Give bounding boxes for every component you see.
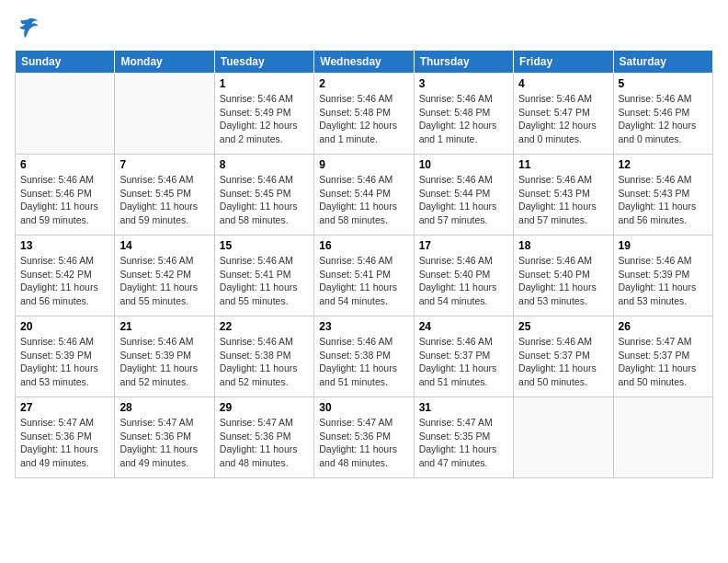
day-header-tuesday: Tuesday bbox=[214, 51, 313, 74]
day-number: 13 bbox=[20, 239, 109, 252]
day-number: 26 bbox=[619, 320, 708, 333]
day-info: Sunrise: 5:47 AMSunset: 5:35 PMDaylight:… bbox=[419, 416, 508, 470]
day-info: Sunrise: 5:46 AMSunset: 5:39 PMDaylight:… bbox=[119, 335, 209, 389]
day-number: 24 bbox=[419, 320, 508, 333]
calendar-cell: 4Sunrise: 5:46 AMSunset: 5:47 PMDaylight… bbox=[514, 74, 613, 155]
day-number: 28 bbox=[119, 401, 209, 414]
calendar-cell: 8Sunrise: 5:46 AMSunset: 5:45 PMDaylight… bbox=[214, 155, 313, 236]
day-number: 8 bbox=[220, 158, 309, 171]
day-info: Sunrise: 5:46 AMSunset: 5:40 PMDaylight:… bbox=[518, 254, 608, 308]
calendar-cell: 7Sunrise: 5:46 AMSunset: 5:45 PMDaylight… bbox=[115, 155, 214, 236]
day-number: 2 bbox=[319, 77, 408, 90]
calendar-header-row: SundayMondayTuesdayWednesdayThursdayFrid… bbox=[16, 51, 713, 74]
day-info: Sunrise: 5:47 AMSunset: 5:36 PMDaylight:… bbox=[319, 416, 408, 470]
calendar-cell: 23Sunrise: 5:46 AMSunset: 5:38 PMDayligh… bbox=[314, 316, 414, 397]
day-info: Sunrise: 5:46 AMSunset: 5:48 PMDaylight:… bbox=[419, 92, 508, 146]
day-info: Sunrise: 5:46 AMSunset: 5:45 PMDaylight:… bbox=[119, 173, 209, 227]
calendar-cell: 25Sunrise: 5:46 AMSunset: 5:37 PMDayligh… bbox=[514, 316, 613, 397]
day-header-wednesday: Wednesday bbox=[314, 51, 414, 74]
day-number: 11 bbox=[518, 158, 608, 171]
day-info: Sunrise: 5:46 AMSunset: 5:44 PMDaylight:… bbox=[419, 173, 508, 227]
calendar-cell: 14Sunrise: 5:46 AMSunset: 5:42 PMDayligh… bbox=[115, 236, 214, 316]
calendar-cell: 28Sunrise: 5:47 AMSunset: 5:36 PMDayligh… bbox=[115, 397, 214, 478]
day-info: Sunrise: 5:46 AMSunset: 5:44 PMDaylight:… bbox=[319, 173, 408, 227]
calendar-cell: 12Sunrise: 5:46 AMSunset: 5:43 PMDayligh… bbox=[613, 155, 712, 236]
day-number: 12 bbox=[619, 158, 708, 171]
day-info: Sunrise: 5:46 AMSunset: 5:41 PMDaylight:… bbox=[319, 254, 408, 308]
calendar-cell: 13Sunrise: 5:46 AMSunset: 5:42 PMDayligh… bbox=[16, 236, 115, 316]
day-info: Sunrise: 5:46 AMSunset: 5:40 PMDaylight:… bbox=[419, 254, 508, 308]
day-info: Sunrise: 5:46 AMSunset: 5:46 PMDaylight:… bbox=[619, 92, 708, 146]
calendar-cell: 10Sunrise: 5:46 AMSunset: 5:44 PMDayligh… bbox=[414, 155, 513, 236]
day-number: 17 bbox=[419, 239, 508, 252]
day-number: 20 bbox=[20, 320, 109, 333]
calendar: SundayMondayTuesdayWednesdayThursdayFrid… bbox=[15, 50, 713, 478]
day-info: Sunrise: 5:46 AMSunset: 5:42 PMDaylight:… bbox=[20, 254, 109, 308]
day-header-friday: Friday bbox=[514, 51, 613, 74]
calendar-cell bbox=[613, 397, 712, 478]
calendar-cell: 6Sunrise: 5:46 AMSunset: 5:46 PMDaylight… bbox=[16, 155, 115, 236]
calendar-cell: 1Sunrise: 5:46 AMSunset: 5:49 PMDaylight… bbox=[214, 74, 313, 155]
day-number: 31 bbox=[419, 401, 508, 414]
calendar-cell: 5Sunrise: 5:46 AMSunset: 5:46 PMDaylight… bbox=[613, 74, 712, 155]
day-info: Sunrise: 5:46 AMSunset: 5:47 PMDaylight:… bbox=[518, 92, 608, 146]
logo-icon bbox=[15, 15, 40, 40]
day-info: Sunrise: 5:46 AMSunset: 5:49 PMDaylight:… bbox=[220, 92, 309, 146]
day-info: Sunrise: 5:46 AMSunset: 5:38 PMDaylight:… bbox=[319, 335, 408, 389]
week-row-3: 13Sunrise: 5:46 AMSunset: 5:42 PMDayligh… bbox=[16, 236, 713, 316]
day-info: Sunrise: 5:46 AMSunset: 5:48 PMDaylight:… bbox=[319, 92, 408, 146]
calendar-cell bbox=[115, 74, 214, 155]
calendar-cell: 16Sunrise: 5:46 AMSunset: 5:41 PMDayligh… bbox=[314, 236, 414, 316]
day-info: Sunrise: 5:47 AMSunset: 5:37 PMDaylight:… bbox=[619, 335, 708, 389]
week-row-5: 27Sunrise: 5:47 AMSunset: 5:36 PMDayligh… bbox=[16, 397, 713, 478]
calendar-cell: 21Sunrise: 5:46 AMSunset: 5:39 PMDayligh… bbox=[115, 316, 214, 397]
day-info: Sunrise: 5:46 AMSunset: 5:38 PMDaylight:… bbox=[220, 335, 309, 389]
calendar-cell: 22Sunrise: 5:46 AMSunset: 5:38 PMDayligh… bbox=[214, 316, 313, 397]
day-number: 27 bbox=[20, 401, 109, 414]
day-header-saturday: Saturday bbox=[613, 51, 712, 74]
day-header-monday: Monday bbox=[115, 51, 214, 74]
day-info: Sunrise: 5:46 AMSunset: 5:39 PMDaylight:… bbox=[619, 254, 708, 308]
calendar-cell bbox=[16, 74, 115, 155]
day-number: 4 bbox=[518, 77, 608, 90]
day-info: Sunrise: 5:46 AMSunset: 5:45 PMDaylight:… bbox=[220, 173, 309, 227]
day-number: 22 bbox=[220, 320, 309, 333]
logo bbox=[15, 15, 44, 40]
calendar-cell: 20Sunrise: 5:46 AMSunset: 5:39 PMDayligh… bbox=[16, 316, 115, 397]
calendar-cell: 3Sunrise: 5:46 AMSunset: 5:48 PMDaylight… bbox=[414, 74, 513, 155]
calendar-cell: 24Sunrise: 5:46 AMSunset: 5:37 PMDayligh… bbox=[414, 316, 513, 397]
day-number: 21 bbox=[119, 320, 209, 333]
day-info: Sunrise: 5:46 AMSunset: 5:42 PMDaylight:… bbox=[119, 254, 209, 308]
day-info: Sunrise: 5:46 AMSunset: 5:46 PMDaylight:… bbox=[20, 173, 109, 227]
day-number: 29 bbox=[220, 401, 309, 414]
day-number: 30 bbox=[319, 401, 408, 414]
day-info: Sunrise: 5:47 AMSunset: 5:36 PMDaylight:… bbox=[20, 416, 109, 470]
calendar-cell: 9Sunrise: 5:46 AMSunset: 5:44 PMDaylight… bbox=[314, 155, 414, 236]
calendar-cell: 15Sunrise: 5:46 AMSunset: 5:41 PMDayligh… bbox=[214, 236, 313, 316]
calendar-cell: 19Sunrise: 5:46 AMSunset: 5:39 PMDayligh… bbox=[613, 236, 712, 316]
calendar-cell bbox=[514, 397, 613, 478]
day-info: Sunrise: 5:46 AMSunset: 5:39 PMDaylight:… bbox=[20, 335, 109, 389]
day-info: Sunrise: 5:46 AMSunset: 5:41 PMDaylight:… bbox=[220, 254, 309, 308]
day-number: 6 bbox=[20, 158, 109, 171]
calendar-cell: 17Sunrise: 5:46 AMSunset: 5:40 PMDayligh… bbox=[414, 236, 513, 316]
week-row-1: 1Sunrise: 5:46 AMSunset: 5:49 PMDaylight… bbox=[16, 74, 713, 155]
day-header-sunday: Sunday bbox=[16, 51, 115, 74]
page-header bbox=[15, 15, 713, 40]
calendar-cell: 18Sunrise: 5:46 AMSunset: 5:40 PMDayligh… bbox=[514, 236, 613, 316]
day-number: 19 bbox=[619, 239, 708, 252]
day-info: Sunrise: 5:47 AMSunset: 5:36 PMDaylight:… bbox=[220, 416, 309, 470]
day-number: 18 bbox=[518, 239, 608, 252]
calendar-cell: 2Sunrise: 5:46 AMSunset: 5:48 PMDaylight… bbox=[314, 74, 414, 155]
day-number: 9 bbox=[319, 158, 408, 171]
day-number: 7 bbox=[119, 158, 209, 171]
day-info: Sunrise: 5:46 AMSunset: 5:43 PMDaylight:… bbox=[518, 173, 608, 227]
day-number: 1 bbox=[220, 77, 309, 90]
day-number: 25 bbox=[518, 320, 608, 333]
calendar-cell: 11Sunrise: 5:46 AMSunset: 5:43 PMDayligh… bbox=[514, 155, 613, 236]
day-info: Sunrise: 5:47 AMSunset: 5:36 PMDaylight:… bbox=[119, 416, 209, 470]
week-row-2: 6Sunrise: 5:46 AMSunset: 5:46 PMDaylight… bbox=[16, 155, 713, 236]
day-number: 15 bbox=[220, 239, 309, 252]
day-info: Sunrise: 5:46 AMSunset: 5:43 PMDaylight:… bbox=[619, 173, 708, 227]
calendar-cell: 30Sunrise: 5:47 AMSunset: 5:36 PMDayligh… bbox=[314, 397, 414, 478]
